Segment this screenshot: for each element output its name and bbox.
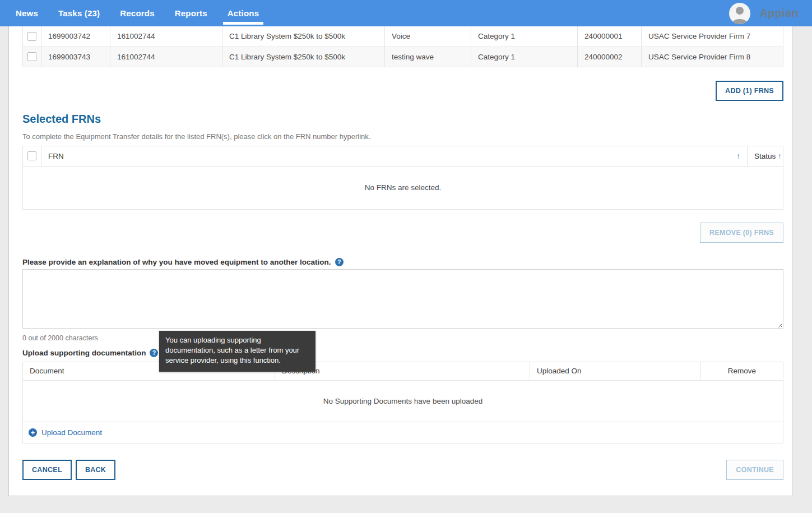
upload-document-link[interactable]: + Upload Document [29, 428, 102, 437]
category-cell: Category 1 [471, 47, 578, 67]
nickname-cell: C1 Library System $250k to $500k [222, 47, 385, 67]
table-header-row: Document Description Uploaded On Remove [23, 362, 783, 380]
help-icon[interactable]: ? [335, 258, 344, 266]
service-provider-cell: USAC Service Provider Firm 8 [642, 47, 783, 67]
top-navbar: News Tasks (23) Records Reports Actions … [0, 0, 812, 26]
upload-document-label: Upload Document [41, 428, 102, 437]
row-checkbox[interactable] [27, 52, 36, 61]
frn-cell: 1699003743 [41, 47, 110, 67]
row-checkbox[interactable] [27, 32, 36, 41]
application-number-cell: 161002744 [110, 47, 222, 67]
table-row: 1699003742 161002744 C1 Library System $… [23, 26, 783, 47]
appian-logo: Appian [759, 7, 799, 20]
uploaded-on-column-header: Uploaded On [530, 362, 701, 380]
status-column-header[interactable]: Status [754, 152, 776, 160]
select-all-checkbox[interactable] [27, 151, 36, 160]
empty-state-row: No FRNs are selected. [23, 166, 783, 209]
remove-column-header: Remove [701, 362, 783, 380]
selected-frns-table: FRN ↑ Status ↑ No FRNs are selected. [22, 146, 783, 210]
remove-frns-button[interactable]: REMOVE (0) FRNS [700, 223, 783, 243]
help-icon[interactable]: ? [150, 349, 158, 357]
no-frns-message: No FRNs are selected. [23, 166, 783, 209]
service-provider-cell: USAC Service Provider Firm 7 [642, 26, 783, 47]
add-frns-button[interactable]: ADD (1) FRNS [716, 81, 783, 101]
empty-state-row: No Supporting Documents have been upload… [23, 380, 783, 422]
nav-item-reports[interactable]: Reports [165, 0, 217, 26]
nickname-cell: C1 Library System $250k to $500k [222, 26, 385, 47]
person-icon [729, 3, 750, 24]
upload-help-tooltip: You can uploading supporting documentati… [159, 331, 315, 372]
user-avatar[interactable] [729, 3, 750, 24]
nav-item-tasks[interactable]: Tasks (23) [48, 0, 110, 26]
application-number-cell: 161002744 [110, 26, 222, 47]
sort-ascending-icon[interactable]: ↑ [778, 151, 782, 160]
service-type-cell: testing wave [385, 47, 471, 67]
plus-icon: + [29, 428, 37, 437]
frn-cell: 1699003742 [41, 26, 110, 47]
supporting-documents-table: Document Description Uploaded On Remove … [22, 362, 783, 443]
spin-cell: 240000001 [578, 26, 642, 47]
category-cell: Category 1 [471, 26, 578, 47]
no-documents-message: No Supporting Documents have been upload… [23, 380, 783, 422]
back-button[interactable]: BACK [76, 460, 115, 480]
explanation-textarea[interactable] [22, 269, 783, 329]
frn-results-table: 1699003742 161002744 C1 Library System $… [22, 26, 783, 67]
nav-item-news[interactable]: News [6, 0, 48, 26]
spin-cell: 240000002 [578, 47, 642, 67]
frn-column-header[interactable]: FRN [48, 152, 64, 160]
nav-item-records[interactable]: Records [110, 0, 164, 26]
sort-ascending-icon[interactable]: ↑ [736, 151, 740, 160]
nav-item-actions[interactable]: Actions [217, 0, 269, 26]
cancel-button[interactable]: CANCEL [22, 460, 72, 480]
navbar-right: Appian [729, 0, 812, 26]
upload-documentation-label: Upload supporting documentation [22, 349, 146, 357]
service-type-cell: Voice [385, 26, 471, 47]
table-header-row: FRN ↑ Status ↑ [23, 146, 783, 166]
table-row: 1699003743 161002744 C1 Library System $… [23, 47, 783, 67]
explanation-label: Please provide an explanation of why you… [22, 258, 331, 266]
character-counter: 0 out of 2000 characters [22, 334, 783, 342]
selected-frns-description: To complete the Equipment Transfer detai… [22, 132, 783, 141]
continue-button[interactable]: CONTINUE [726, 460, 783, 480]
content-card: 1699003742 161002744 C1 Library System $… [8, 26, 792, 496]
selected-frns-title: Selected FRNs [22, 113, 783, 126]
upload-document-row: + Upload Document [23, 422, 783, 443]
